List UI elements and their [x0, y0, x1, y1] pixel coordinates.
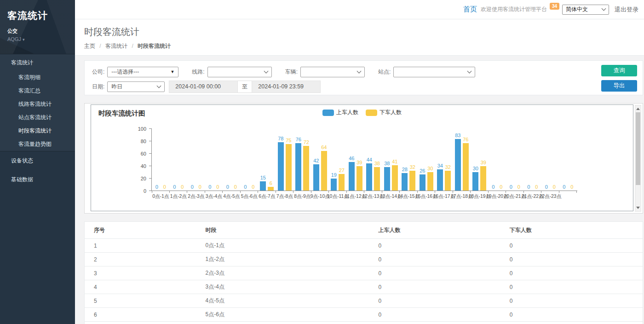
x-axis-tick — [311, 191, 329, 193]
bar-value-label: 6 — [270, 180, 272, 186]
table-cell: 0 — [369, 239, 500, 253]
filter-row-2: 日期: 昨日 2024-01-09 00:00 至 2024-01-09 23:… — [91, 81, 636, 93]
table-cell: 0 — [500, 294, 643, 308]
table-cell: 6 — [85, 308, 196, 322]
table-cell: 0 — [369, 294, 500, 308]
notification-badge[interactable]: 34 — [550, 3, 559, 10]
table-cell: 6点-7点 — [196, 322, 369, 324]
bar — [268, 187, 274, 191]
sidebar-subitem[interactable]: 站点客流统计 — [0, 111, 75, 124]
bar-value-label: 75 — [286, 138, 291, 144]
sidebar-group-passenger-stats: 客流统计 客流明细客流汇总线路客流统计站点客流统计时段客流统计客流量趋势图 — [0, 54, 75, 151]
bar-value-label: 0 — [535, 184, 538, 190]
sidebar-item[interactable]: 设备状态 — [0, 151, 75, 170]
date-preset-select[interactable]: 昨日 — [107, 81, 165, 92]
y-axis-tick — [149, 141, 151, 141]
legend-label: 上车人数 — [336, 109, 358, 116]
company-select[interactable]: ---请选择---▼ — [107, 67, 178, 77]
account-dropdown[interactable]: AQGJ▾ — [7, 36, 75, 42]
bar-value-label: 30 — [427, 166, 433, 172]
scroll-down-icon[interactable] — [636, 207, 640, 209]
bar-group: 00 — [152, 128, 170, 191]
chevron-down-icon — [357, 69, 362, 73]
legend-entry[interactable]: 下车人数 — [366, 109, 402, 116]
language-select[interactable]: 简体中文 — [562, 5, 609, 15]
x-axis-label: 3点-4点 — [205, 193, 223, 200]
table-cell: 0 — [369, 308, 500, 322]
sidebar-subitem[interactable]: 客流明细 — [0, 71, 75, 84]
scroll-up-icon[interactable] — [636, 108, 640, 110]
bar-group: 00 — [524, 128, 542, 191]
bar — [331, 179, 337, 191]
sidebar-subitem[interactable]: 线路客流统计 — [0, 98, 75, 111]
table-column-header: 下车人数 — [500, 222, 643, 239]
table-cell: 4点-5点 — [196, 294, 369, 308]
table-row: 43点-4点00 — [85, 280, 643, 294]
y-axis-label: 40 — [141, 163, 146, 169]
table-cell: 1 — [85, 239, 196, 253]
breadcrumb-home[interactable]: 主页 — [84, 43, 95, 49]
sidebar-item[interactable]: 基础数据 — [0, 170, 75, 189]
chevron-down-icon — [157, 83, 161, 88]
bar-value-label: 0 — [234, 184, 237, 190]
chart-yaxis: 020406080100 — [91, 128, 152, 191]
table-row: 65点-6点00 — [85, 308, 643, 322]
date-start-input[interactable]: 2024-01-09 00:00 — [169, 81, 238, 93]
line-select[interactable] — [207, 67, 272, 77]
sidebar-subitem[interactable]: 时段客流统计 — [0, 124, 75, 138]
sidebar-subitem[interactable]: 客流汇总 — [0, 84, 75, 98]
x-axis-tick — [541, 191, 559, 193]
table-cell: 0 — [369, 280, 500, 294]
y-axis-label: 20 — [141, 176, 146, 181]
export-button[interactable]: 导出 — [601, 80, 637, 92]
bar-group: 4438 — [364, 128, 382, 191]
x-axis-tick — [187, 191, 205, 193]
bar-group: 1927 — [329, 128, 347, 191]
chart-xticks — [152, 191, 577, 193]
breadcrumb-section[interactable]: 客流统计 — [105, 43, 127, 49]
bar-value-label: 0 — [191, 184, 194, 190]
x-axis-tick — [524, 191, 542, 193]
bar-value-label: 0 — [155, 184, 158, 190]
chart-scrollbar[interactable] — [635, 105, 641, 212]
sidebar-subitem[interactable]: 客流量趋势图 — [0, 138, 75, 151]
x-axis-label: 5点-6点 — [241, 193, 259, 200]
breadcrumb-separator: / — [132, 43, 133, 49]
bar-value-label: 72 — [304, 139, 309, 145]
scrollbar-thumb[interactable] — [636, 112, 640, 185]
x-axis-tick — [559, 191, 577, 193]
vehicle-select[interactable] — [300, 67, 365, 77]
x-axis-label: 1点-2点 — [170, 193, 188, 200]
date-end-input[interactable]: 2024-01-09 23:59 — [252, 81, 321, 93]
bar-value-label: 0 — [527, 184, 530, 190]
station-label: 站点: — [378, 68, 391, 76]
bar-value-label: 0 — [252, 184, 254, 190]
legend-entry[interactable]: 上车人数 — [322, 109, 358, 116]
station-select[interactable] — [393, 67, 475, 77]
bar — [356, 166, 362, 191]
query-button[interactable]: 查询 — [601, 65, 637, 76]
bar-value-label: 27 — [339, 168, 345, 174]
bar — [321, 151, 327, 191]
x-axis-tick — [205, 191, 223, 193]
table-cell: 3点-4点 — [196, 280, 369, 294]
app-title: 客流统计 — [7, 9, 75, 22]
bar-value-label: 39 — [356, 160, 362, 166]
bar — [303, 146, 309, 191]
sidebar-group-label[interactable]: 客流统计 — [0, 54, 75, 71]
x-axis-tick — [293, 191, 311, 193]
y-axis-label: 60 — [141, 151, 146, 156]
dropdown-arrow-icon: ▼ — [170, 69, 174, 74]
table-row: 10点-1点00 — [85, 239, 643, 253]
chevron-down-icon — [264, 69, 268, 73]
x-axis-label: 7点-8点 — [276, 193, 294, 200]
x-axis-label: 12点-13点 — [364, 193, 382, 200]
bar-value-label: 0 — [492, 184, 494, 190]
x-axis-tick — [276, 191, 294, 193]
home-link[interactable]: 首页 — [463, 5, 477, 14]
y-axis-tick — [149, 191, 151, 191]
x-axis-label: 8点-9点 — [293, 193, 311, 200]
table-cell: 15 — [369, 322, 500, 324]
bar — [286, 144, 292, 191]
logout-link[interactable]: 退出登录 — [615, 6, 638, 14]
